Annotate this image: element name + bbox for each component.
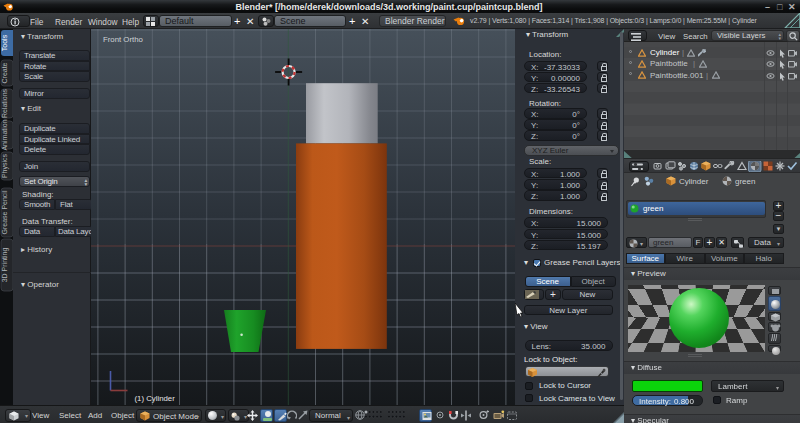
svg-text:Front Ortho: Front Ortho xyxy=(103,35,144,44)
svg-text:Create: Create xyxy=(1,62,8,83)
svg-text:(1) Cylinder: (1) Cylinder xyxy=(135,394,176,403)
svg-text:3D Printing: 3D Printing xyxy=(1,248,9,283)
svg-text:Relations: Relations xyxy=(1,88,8,118)
svg-text:Animation: Animation xyxy=(1,119,8,150)
svg-text:Physics: Physics xyxy=(1,153,9,178)
svg-text:Grease Pencil: Grease Pencil xyxy=(1,190,8,234)
svg-text:Tools: Tools xyxy=(1,34,8,51)
